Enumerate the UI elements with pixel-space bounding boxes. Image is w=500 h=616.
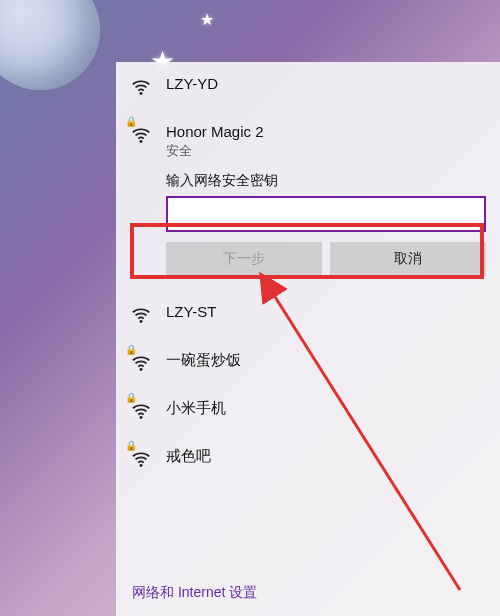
wifi-signal-icon: 🔒 — [130, 448, 152, 470]
wifi-network-name: 一碗蛋炒饭 — [166, 350, 486, 370]
wifi-network-list: LZY-YD 🔒 Honor Magic 2 安全 输入网络安全密钥 下一步 取… — [116, 62, 500, 570]
lock-icon: 🔒 — [125, 440, 137, 451]
wifi-signal-icon — [130, 304, 152, 326]
svg-point-2 — [140, 320, 143, 323]
wifi-network-item[interactable]: 🔒 小米手机 — [116, 386, 500, 434]
network-password-input[interactable] — [166, 196, 486, 232]
svg-point-0 — [140, 92, 143, 95]
lock-icon: 🔒 — [125, 116, 137, 127]
svg-point-4 — [140, 416, 143, 419]
wifi-signal-icon — [130, 76, 152, 98]
password-buttons: 下一步 取消 — [166, 242, 486, 276]
wifi-network-name: LZY-YD — [166, 74, 486, 94]
wifi-network-item[interactable]: LZY-ST — [116, 290, 500, 338]
decor-star-icon: ★ — [200, 10, 214, 29]
wifi-network-name: 戒色吧 — [166, 446, 486, 466]
wifi-network-item[interactable]: 🔒 戒色吧 — [116, 434, 500, 482]
wifi-flyout: LZY-YD 🔒 Honor Magic 2 安全 输入网络安全密钥 下一步 取… — [116, 62, 500, 616]
wifi-signal-icon: 🔒 — [130, 124, 152, 146]
wifi-signal-icon: 🔒 — [130, 400, 152, 422]
svg-point-3 — [140, 368, 143, 371]
password-prompt-label: 输入网络安全密钥 — [166, 172, 486, 190]
lock-icon: 🔒 — [125, 344, 137, 355]
decor-moon — [0, 0, 100, 90]
wifi-password-section: 输入网络安全密钥 下一步 取消 — [116, 172, 500, 290]
wifi-signal-icon: 🔒 — [130, 352, 152, 374]
wifi-network-item[interactable]: 🔒 一碗蛋炒饭 — [116, 338, 500, 386]
wifi-network-item-selected[interactable]: 🔒 Honor Magic 2 安全 — [116, 110, 500, 172]
wifi-security-label: 安全 — [166, 142, 486, 160]
wifi-network-name: Honor Magic 2 — [166, 122, 486, 142]
lock-icon: 🔒 — [125, 392, 137, 403]
svg-point-1 — [140, 140, 143, 143]
cancel-button[interactable]: 取消 — [330, 242, 486, 276]
wifi-network-name: 小米手机 — [166, 398, 486, 418]
wifi-network-name: LZY-ST — [166, 302, 486, 322]
wifi-network-item[interactable]: LZY-YD — [116, 62, 500, 110]
svg-point-5 — [140, 464, 143, 467]
network-settings-link[interactable]: 网络和 Internet 设置 — [116, 570, 500, 616]
next-button[interactable]: 下一步 — [166, 242, 322, 276]
